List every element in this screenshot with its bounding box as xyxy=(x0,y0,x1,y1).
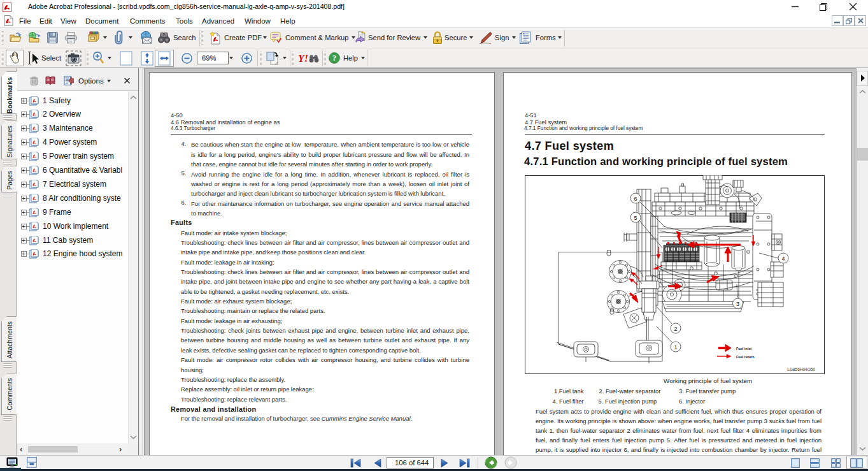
svg-text:Fuel return: Fuel return xyxy=(736,355,755,359)
svg-text:LG856H04O50: LG856H04O50 xyxy=(787,367,815,372)
svg-text:5: 5 xyxy=(634,215,637,221)
svg-text:2: 2 xyxy=(674,326,677,332)
svg-text:1: 1 xyxy=(674,344,677,351)
svg-text:4: 4 xyxy=(781,256,785,262)
svg-text:Fuel inlet: Fuel inlet xyxy=(736,347,751,351)
svg-text:?: ? xyxy=(332,54,336,62)
svg-text:6: 6 xyxy=(634,196,637,202)
svg-text:3: 3 xyxy=(736,301,739,307)
